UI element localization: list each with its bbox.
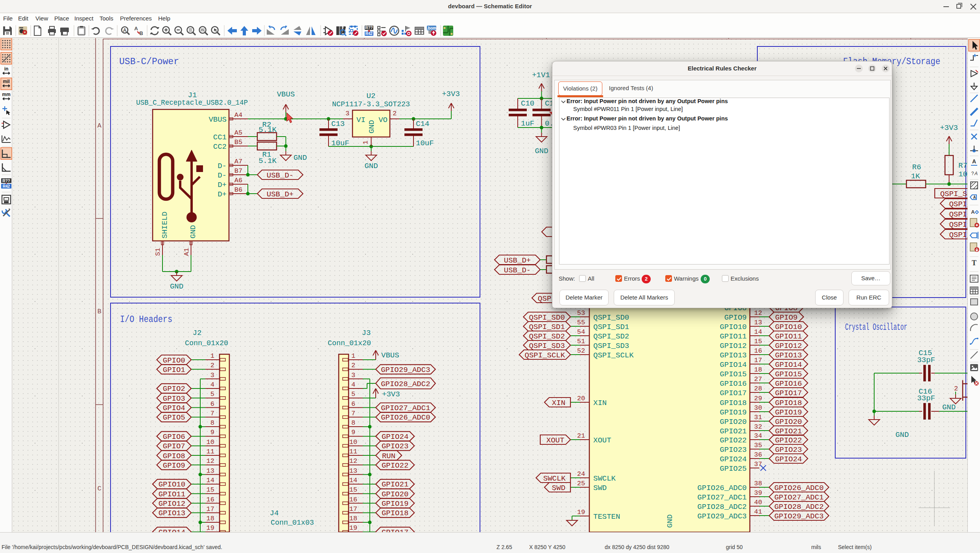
svg-text:B: B <box>97 308 101 315</box>
svg-text:GPIO26_ADC0: GPIO26_ADC0 <box>774 484 823 492</box>
svg-text:GPIO8: GPIO8 <box>163 452 185 461</box>
svg-text:XIN: XIN <box>552 399 565 407</box>
svg-text:GPIO27_ADC1: GPIO27_ADC1 <box>774 493 823 502</box>
svg-text:GPIO23: GPIO23 <box>720 446 747 454</box>
svg-text:VBUS: VBUS <box>277 90 295 99</box>
svg-text:+1V1: +1V1 <box>532 71 550 80</box>
svg-text:29: 29 <box>754 395 762 402</box>
svg-text:GND: GND <box>170 282 183 291</box>
svg-text:VBUS: VBUS <box>209 115 227 124</box>
svg-text:A: A <box>973 195 976 200</box>
svg-text:USB_D-: USB_D- <box>267 171 293 180</box>
svg-text:VO: VO <box>378 116 388 124</box>
svg-text:13: 13 <box>349 467 357 475</box>
svg-text:GPIO17: GPIO17 <box>775 389 802 398</box>
svg-text:Crystal Oscillator: Crystal Oscillator <box>845 322 907 333</box>
svg-text:in: in <box>4 66 9 72</box>
svg-text:C14: C14 <box>416 120 429 128</box>
svg-text:A4: A4 <box>234 111 242 119</box>
svg-text:Conn_01x20: Conn_01x20 <box>328 339 371 348</box>
svg-text:GPIO14: GPIO14 <box>720 361 747 369</box>
svg-text:34: 34 <box>754 432 762 440</box>
svg-text:QSPI_SD1: QSPI_SD1 <box>949 210 967 219</box>
svg-text:2: 2 <box>954 385 958 392</box>
svg-text:QSPI_SD3: QSPI_SD3 <box>593 342 629 350</box>
svg-text:11: 11 <box>207 448 214 455</box>
svg-text:GPIO17: GPIO17 <box>720 389 747 398</box>
svg-text:GPIO14: GPIO14 <box>159 528 185 532</box>
svg-text:TESTEN: TESTEN <box>593 512 620 521</box>
svg-text:GPIO27_ADC1: GPIO27_ADC1 <box>381 404 430 412</box>
svg-text:QSPI_SCLK: QSPI_SCLK <box>593 351 634 360</box>
svg-text:GPIO10: GPIO10 <box>720 323 747 331</box>
svg-text:4: 4 <box>351 381 355 388</box>
svg-text:13: 13 <box>754 319 762 326</box>
svg-text:A: A <box>972 158 976 165</box>
svg-text:A5: A5 <box>234 129 242 137</box>
svg-text:+3V3: +3V3 <box>940 124 958 132</box>
svg-text:B6: B6 <box>234 186 242 194</box>
svg-text:I/O Headers: I/O Headers <box>120 314 172 325</box>
svg-text:40: 40 <box>754 499 762 506</box>
svg-text:A: A <box>123 28 127 33</box>
svg-text:USB-C/Power: USB-C/Power <box>119 56 179 67</box>
svg-text:41: 41 <box>754 508 762 516</box>
svg-text:GPIO9: GPIO9 <box>724 313 747 322</box>
svg-text:VI: VI <box>356 116 365 124</box>
svg-text:37: 37 <box>754 461 762 468</box>
svg-text:GPIO23: GPIO23 <box>775 446 802 454</box>
svg-text:CC1: CC1 <box>213 133 227 142</box>
svg-text:27: 27 <box>754 375 762 383</box>
svg-text:36: 36 <box>754 451 762 459</box>
svg-text:A: A <box>134 26 138 31</box>
svg-text:QSPI_SD1: QSPI_SD1 <box>529 323 565 331</box>
svg-text:GPIO18: GPIO18 <box>775 399 802 407</box>
svg-text:GND: GND <box>367 120 376 133</box>
svg-text:VBUS: VBUS <box>381 351 399 360</box>
svg-text:A1: A1 <box>183 248 190 256</box>
svg-text:GPIO10: GPIO10 <box>159 480 185 489</box>
svg-text:25: 25 <box>577 480 585 487</box>
svg-text:11: 11 <box>349 448 357 455</box>
svg-text:GPIO19: GPIO19 <box>720 408 747 417</box>
svg-text:30: 30 <box>754 404 762 412</box>
svg-text:6: 6 <box>351 400 355 408</box>
svg-text:D-: D- <box>218 171 227 180</box>
svg-text:GPIO7: GPIO7 <box>163 442 185 451</box>
svg-text:GPIO14: GPIO14 <box>775 361 802 369</box>
svg-text:QSPI_SD1: QSPI_SD1 <box>593 323 629 331</box>
svg-text:SHIELD: SHIELD <box>161 212 169 239</box>
svg-text:QSPI_SD0: QSPI_SD0 <box>593 313 629 322</box>
svg-text:USB_C_Receptacle_USB2.0_14P: USB_C_Receptacle_USB2.0_14P <box>136 98 248 107</box>
svg-text:T: T <box>972 259 976 267</box>
svg-text:10: 10 <box>958 170 967 179</box>
svg-text:GPIO1: GPIO1 <box>163 366 185 374</box>
svg-text:GPIO21: GPIO21 <box>720 427 747 436</box>
svg-text:A: A <box>974 171 978 176</box>
svg-text:14: 14 <box>207 477 214 484</box>
svg-text:21: 21 <box>577 432 585 440</box>
svg-text:2: 2 <box>210 362 214 369</box>
svg-text:GPIO11: GPIO11 <box>720 332 747 341</box>
svg-text:13: 13 <box>207 467 214 475</box>
svg-text:USB_D-: USB_D- <box>504 266 531 275</box>
svg-text:GPIO18: GPIO18 <box>382 509 408 518</box>
svg-text:GND: GND <box>293 154 307 162</box>
svg-text:52: 52 <box>577 347 585 355</box>
svg-text:1K: 1K <box>911 172 920 181</box>
svg-text:GPIO11: GPIO11 <box>159 490 185 499</box>
svg-text:12: 12 <box>754 309 762 317</box>
svg-text:QSPI_SD2: QSPI_SD2 <box>593 332 629 341</box>
svg-text:GPIO3: GPIO3 <box>163 394 185 403</box>
svg-text:XOUT: XOUT <box>593 436 611 445</box>
svg-text:GPIO25: GPIO25 <box>720 464 747 473</box>
svg-text:17: 17 <box>207 505 214 513</box>
svg-text:16: 16 <box>207 496 214 503</box>
svg-text:GPIO17: GPIO17 <box>382 528 408 532</box>
svg-text:A6: A6 <box>234 177 242 184</box>
svg-text:-: - <box>5 125 6 128</box>
svg-text:18: 18 <box>754 366 762 374</box>
svg-text:B5: B5 <box>234 139 242 146</box>
svg-text:1: 1 <box>210 352 214 360</box>
svg-text:GPIO19: GPIO19 <box>382 499 408 508</box>
